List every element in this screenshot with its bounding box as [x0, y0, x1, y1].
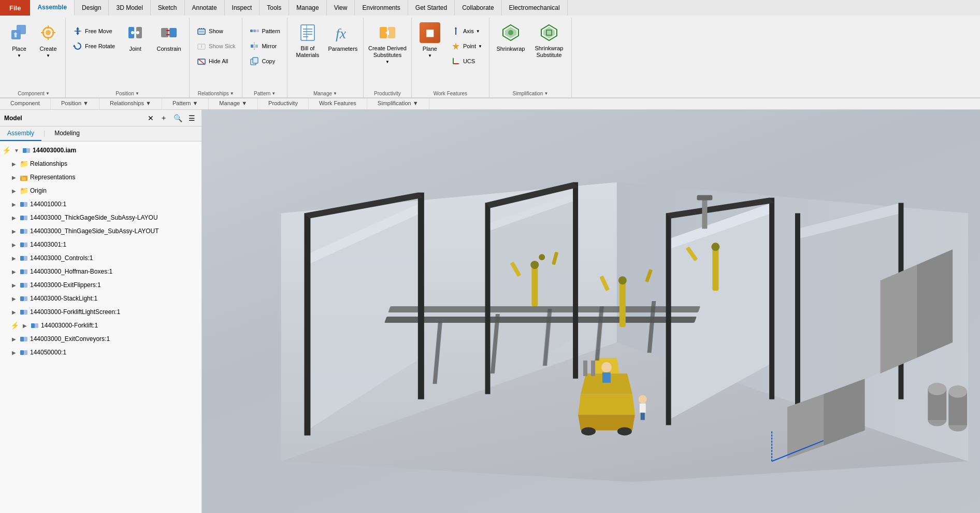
expand-7[interactable]: ▶: [10, 296, 18, 302]
panel-search-button[interactable]: 🔍: [171, 113, 184, 123]
tree-item-7[interactable]: ▶ 144003000-StackLight:1: [0, 292, 201, 305]
section-productivity[interactable]: Productivity: [258, 98, 309, 109]
tree-item-relationships[interactable]: ▶ 📁 Relationships: [0, 157, 201, 170]
tree-item-10[interactable]: ▶ 144050000:1: [0, 346, 201, 359]
show-button[interactable]: Show: [193, 24, 239, 38]
svg-text:fx: fx: [336, 25, 347, 41]
free-rotate-button[interactable]: Free Rotate: [69, 39, 119, 53]
simplification-group-label[interactable]: Simplification ▼: [513, 91, 549, 97]
tree-item-1[interactable]: ▶ 144003000_ThickGageSide_SubAssy-LAYOU: [0, 211, 201, 224]
axis-button[interactable]: Axis ▼: [447, 24, 486, 38]
viewport[interactable]: [202, 110, 980, 513]
svg-marker-48: [455, 27, 457, 29]
ribbon: Place ▼ Create ▼: [0, 16, 980, 98]
tree-item-root[interactable]: ⚡ ▼ 144003000.iam: [0, 144, 201, 157]
tab-collaborate[interactable]: Collaborate: [455, 0, 501, 16]
copy-button[interactable]: Copy: [246, 54, 283, 68]
tab-modeling[interactable]: Modeling: [47, 126, 87, 141]
tab-tools[interactable]: Tools: [260, 0, 289, 16]
panel-menu-button[interactable]: ☰: [186, 113, 197, 123]
parameters-button[interactable]: fx Parameters: [326, 20, 360, 82]
tab-3dmodel[interactable]: 3D Model: [109, 0, 150, 16]
tab-assembly[interactable]: Assembly: [0, 126, 41, 141]
create-button[interactable]: Create ▼: [34, 20, 62, 82]
tree-item-0[interactable]: ▶ 144001000:1: [0, 197, 201, 211]
assembly-icon-root: [21, 145, 32, 155]
joint-button[interactable]: Joint: [120, 20, 151, 82]
pattern-group-label[interactable]: Pattern ▼: [254, 91, 276, 97]
expand-2[interactable]: ▶: [10, 229, 18, 234]
svg-point-105: [530, 261, 539, 269]
section-manage[interactable]: Manage ▼: [209, 98, 258, 109]
ucs-button[interactable]: UCS: [447, 54, 486, 68]
tree-item-6[interactable]: ▶ 144003000-ExitFlippers:1: [0, 278, 201, 292]
tab-inspect[interactable]: Inspect: [225, 0, 260, 16]
tree-item-representations[interactable]: ▶ Representations: [0, 170, 201, 184]
shrinkwrap-button[interactable]: Shrinkwrap: [493, 20, 529, 82]
plane-button[interactable]: ◼ Plane ▼: [415, 20, 445, 82]
section-relationships[interactable]: Relationships ▼: [99, 98, 162, 109]
expand-root[interactable]: ▼: [13, 148, 20, 153]
expand-10[interactable]: ▶: [10, 350, 18, 355]
tab-file[interactable]: File: [0, 0, 30, 16]
panel-close-button[interactable]: ✕: [146, 113, 156, 123]
expand-forklift[interactable]: ▶: [21, 323, 28, 329]
bom-button[interactable]: Bill ofMaterials: [291, 20, 325, 82]
tree-label-10: 144050000:1: [30, 349, 66, 356]
free-move-rotate-stack: Free Move Free Rotate: [69, 24, 119, 53]
panel-add-button[interactable]: ＋: [158, 112, 169, 124]
expand-4[interactable]: ▶: [10, 255, 18, 261]
expand-8[interactable]: ▶: [10, 309, 18, 315]
free-move-button[interactable]: Free Move: [69, 24, 119, 38]
tree-item-forklift[interactable]: ⚡ ▶ 144003000-Forklift:1: [0, 319, 201, 332]
mirror-button[interactable]: Mirror: [246, 39, 283, 53]
expand-0[interactable]: ▶: [10, 202, 18, 207]
show-sick-button[interactable]: Show Sick: [193, 39, 239, 53]
point-button[interactable]: Point ▼: [447, 39, 486, 53]
tree-item-5[interactable]: ▶ 144003000_Hoffman-Boxes:1: [0, 265, 201, 278]
section-simplification[interactable]: Simplification ▼: [367, 98, 429, 109]
component-group-arrow: ▼: [46, 91, 50, 96]
section-work-features[interactable]: Work Features: [309, 98, 367, 109]
tab-manage[interactable]: Manage: [289, 0, 326, 16]
hide-all-button[interactable]: Hide All: [193, 54, 239, 68]
expand-origin[interactable]: ▶: [10, 188, 18, 194]
expand-5[interactable]: ▶: [10, 269, 18, 275]
tab-electromechanical[interactable]: Electromechanical: [502, 0, 568, 16]
tab-getstarted[interactable]: Get Started: [408, 0, 455, 16]
create-derived-button[interactable]: Create DerivedSubstitutes ▼: [367, 20, 408, 82]
tree-label-2: 144003000_ThinGageSide_SubAssy-LAYOUT: [30, 227, 159, 235]
expand-9[interactable]: ▶: [10, 336, 18, 342]
tree-item-9[interactable]: ▶ 144003000_ExitConveyors:1: [0, 332, 201, 346]
svg-rect-118: [583, 361, 587, 376]
expand-1[interactable]: ▶: [10, 215, 18, 221]
component-group-label[interactable]: Component ▼: [18, 91, 50, 97]
section-component[interactable]: Component: [0, 98, 51, 109]
section-pattern[interactable]: Pattern ▼: [162, 98, 209, 109]
tab-annotate[interactable]: Annotate: [185, 0, 225, 16]
manage-group-label[interactable]: Manage ▼: [313, 91, 337, 97]
tree-item-2[interactable]: ▶ 144003000_ThinGageSide_SubAssy-LAYOUT: [0, 224, 201, 238]
tree-item-8[interactable]: ▶ 144003000-ForkliftLightScreen:1: [0, 305, 201, 319]
section-position[interactable]: Position ▼: [51, 98, 99, 109]
constrain-button[interactable]: Constrain: [152, 20, 186, 82]
tab-design[interactable]: Design: [75, 0, 109, 16]
tab-environments[interactable]: Environments: [355, 0, 408, 16]
expand-relationships[interactable]: ▶: [10, 161, 18, 167]
expand-6[interactable]: ▶: [10, 282, 18, 288]
tree-item-origin[interactable]: ▶ 📁 Origin: [0, 184, 201, 197]
tree-item-4[interactable]: ▶ 144003000_Controls:1: [0, 251, 201, 265]
tree-item-3[interactable]: ▶ 144003001:1: [0, 238, 201, 251]
shrinkwrap-substitute-button[interactable]: ShrinkwrapSubstitute: [530, 20, 568, 82]
place-button[interactable]: Place ▼: [5, 20, 33, 82]
svg-marker-49: [452, 42, 459, 50]
tab-sketch[interactable]: Sketch: [151, 0, 185, 16]
tab-assemble[interactable]: Assemble: [30, 0, 75, 16]
position-group-label[interactable]: Position ▼: [116, 91, 139, 97]
svg-rect-82: [24, 310, 27, 315]
pattern-button[interactable]: Pattern: [246, 24, 283, 38]
expand-3[interactable]: ▶: [10, 242, 18, 248]
relationships-group-label[interactable]: Relationships ▼: [198, 91, 234, 97]
tab-view[interactable]: View: [327, 0, 355, 16]
expand-representations[interactable]: ▶: [10, 175, 18, 180]
